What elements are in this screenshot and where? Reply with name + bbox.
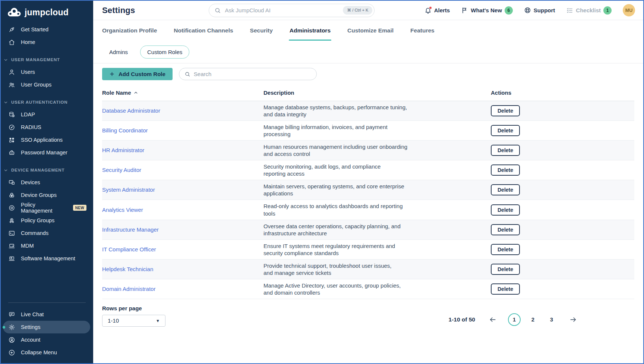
alerts-button[interactable]: Alerts (424, 7, 450, 14)
delete-role-button[interactable]: Delete (491, 164, 520, 176)
role-name-link[interactable]: HR Administrator (102, 147, 144, 153)
password-lock-icon (8, 149, 15, 156)
checklist-label: Checklist (576, 7, 601, 13)
tab-administrators[interactable]: Administrators (290, 20, 331, 41)
sidebar-item-account[interactable]: Account (3, 333, 90, 346)
pagination-page-2[interactable]: 2 (527, 313, 539, 326)
main-area: Settings Ask JumpCloud AI ⌘ / Ctrl + K A… (93, 1, 643, 363)
search-icon (214, 7, 221, 14)
global-search-input[interactable]: Ask JumpCloud AI ⌘ / Ctrl + K (209, 4, 375, 17)
role-name-link[interactable]: Infrastructure Manager (102, 226, 159, 233)
delete-role-button[interactable]: Delete (491, 145, 520, 156)
user-avatar[interactable]: MU (623, 4, 635, 16)
sidebar-section-user-management[interactable]: USER MANAGEMENT (1, 57, 93, 62)
sidebar-item-ldap[interactable]: LDAP (3, 108, 90, 121)
role-name-link[interactable]: Billing Coordinator (102, 127, 148, 134)
section-title: DEVICE MANAGEMENT (11, 168, 64, 172)
sidebar-section-user-authentication[interactable]: USER AUTHENTICATION (1, 100, 93, 104)
delete-role-button[interactable]: Delete (491, 184, 520, 195)
sidebar-item-policy-groups[interactable]: Policy Groups (3, 214, 90, 227)
chevron-down-icon (4, 168, 8, 172)
sidebar-item-devices[interactable]: Devices (3, 176, 90, 189)
role-name-link[interactable]: Analytics Viewer (102, 207, 143, 213)
device-group-icon (8, 192, 15, 199)
sidebar-item-label: Software Management (21, 255, 75, 261)
life-ring-icon (524, 7, 531, 14)
role-name-link[interactable]: Domain Administrator (102, 286, 155, 292)
checklist-button[interactable]: Checklist 1 (566, 6, 612, 15)
support-button[interactable]: Support (524, 7, 555, 14)
tab-features[interactable]: Features (410, 20, 435, 41)
app-window: jumpcloud Get StartedHomeUSER MANAGEMENT… (0, 0, 644, 364)
sidebar-item-label: Policy Groups (21, 217, 54, 223)
role-name-link[interactable]: Database Administrator (102, 107, 160, 114)
role-name-link[interactable]: Helpdesk Technician (102, 266, 153, 272)
sidebar-item-label: Home (21, 39, 35, 45)
caret-down-icon: ▼ (156, 318, 160, 323)
role-description: Read-only access to analytics dashboards… (263, 200, 427, 219)
chevron-down-icon (4, 100, 8, 104)
tab-notification-channels[interactable]: Notification Channels (174, 20, 233, 41)
collapse-icon (8, 349, 15, 356)
sidebar-item-label: MDM (21, 243, 34, 249)
custom-roles-content: Add Custom Role Role Name Description Ac… (93, 63, 643, 363)
sidebar-item-radius[interactable]: RADIUS (3, 121, 90, 134)
sidebar-item-settings[interactable]: Settings (3, 321, 90, 333)
sidebar-item-sso-applications[interactable]: SSO Applications (3, 134, 90, 146)
column-header-role-name[interactable]: Role Name (102, 90, 263, 96)
chevron-down-icon (4, 58, 8, 62)
tab-customize-email[interactable]: Customize Email (347, 20, 394, 41)
delete-role-button[interactable]: Delete (491, 283, 520, 295)
role-name-link[interactable]: IT Compliance Officer (102, 246, 156, 252)
checklist-icon (566, 7, 573, 14)
delete-role-button[interactable]: Delete (491, 264, 520, 275)
sidebar-item-label: Commands (21, 230, 48, 236)
sidebar-item-home[interactable]: Home (3, 36, 90, 48)
sidebar-item-device-groups[interactable]: Device Groups (3, 189, 90, 201)
delete-role-button[interactable]: Delete (491, 125, 520, 136)
delete-role-button[interactable]: Delete (491, 244, 520, 255)
roles-search-input[interactable] (194, 71, 311, 77)
roles-search-box[interactable] (179, 68, 317, 80)
role-description: Security monitoring, audit logs, and com… (263, 160, 427, 180)
whats-new-button[interactable]: What's New 6 (461, 6, 513, 15)
sidebar-item-commands[interactable]: Commands (3, 227, 90, 239)
account-icon (8, 336, 15, 343)
delete-role-button[interactable]: Delete (491, 204, 520, 216)
sort-ascending-icon (133, 90, 138, 95)
sidebar-item-label: Users (21, 69, 35, 75)
tab-organization-profile[interactable]: Organization Profile (102, 20, 157, 41)
table-row: IT Compliance OfficerEnsure IT systems m… (102, 240, 634, 260)
sidebar-divider (8, 302, 86, 303)
sidebar-item-label: Live Chat (21, 311, 44, 317)
sidebar-item-live-chat[interactable]: Live Chat (3, 308, 90, 321)
active-indicator-dot (3, 326, 5, 329)
tab-security[interactable]: Security (250, 20, 273, 41)
user-icon (8, 69, 15, 76)
sidebar-item-password-manager[interactable]: Password Manager (3, 146, 90, 159)
sidebar-item-label: LDAP (21, 112, 35, 117)
sidebar-item-users[interactable]: Users (3, 66, 90, 78)
pagination-page-3[interactable]: 3 (545, 313, 558, 326)
role-name-link[interactable]: System Administrator (102, 186, 155, 193)
sidebar-item-label: Policy Management (21, 202, 67, 214)
sidebar-item-collapse-menu[interactable]: Collapse Menu (3, 346, 90, 359)
role-name-link[interactable]: Security Auditor (102, 167, 141, 173)
sidebar-item-mdm[interactable]: MDM (3, 239, 90, 252)
role-description: Manage Active Directory, user accounts, … (263, 279, 427, 299)
sidebar-item-user-groups[interactable]: User Groups (3, 78, 90, 91)
pagination-next-button[interactable] (568, 314, 578, 325)
pagination-prev-button[interactable] (487, 314, 498, 325)
subtab-admins[interactable]: Admins (102, 46, 135, 59)
sidebar-item-policy-management[interactable]: Policy ManagementNEW (3, 201, 90, 214)
sidebar-item-get-started[interactable]: Get Started (3, 23, 90, 36)
subtab-custom-roles[interactable]: Custom Roles (140, 46, 189, 59)
delete-role-button[interactable]: Delete (491, 224, 520, 235)
role-description: Human resources management including use… (263, 141, 427, 160)
delete-role-button[interactable]: Delete (491, 105, 520, 116)
rows-per-page-select[interactable]: 1-10 ▼ (102, 315, 165, 327)
sidebar-section-device-management[interactable]: DEVICE MANAGEMENT (1, 168, 93, 172)
sidebar-item-software-management[interactable]: Software Management (3, 252, 90, 265)
pagination-page-1[interactable]: 1 (508, 313, 521, 326)
add-custom-role-button[interactable]: Add Custom Role (102, 68, 173, 80)
